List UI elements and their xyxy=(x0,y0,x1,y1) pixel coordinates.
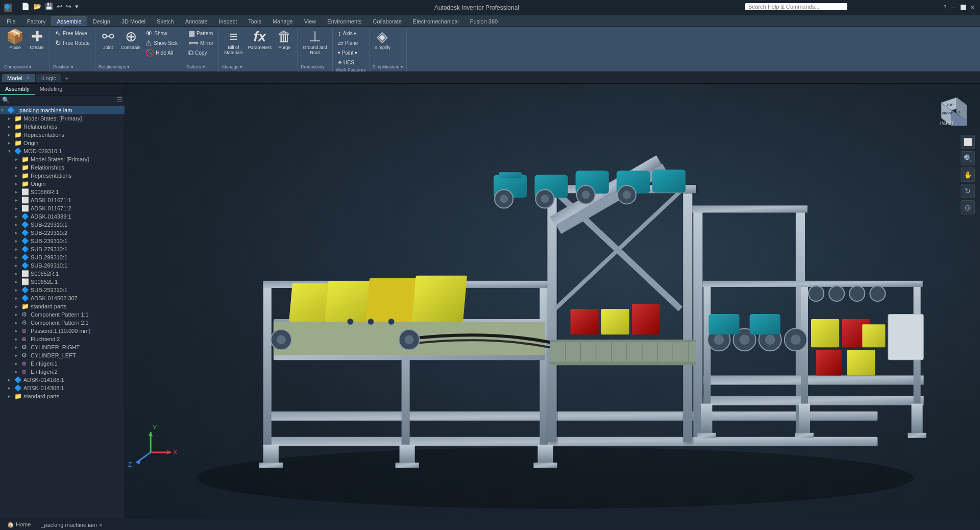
purge-btn[interactable]: 🗑 Purge xyxy=(275,29,294,51)
tree-item[interactable]: ▸📁Representations xyxy=(0,131,125,139)
open-btn[interactable]: 📂 xyxy=(32,2,42,11)
simplify-btn[interactable]: ◈ Simplify xyxy=(373,29,393,51)
add-tab-btn[interactable]: + xyxy=(62,73,71,83)
model-tab-close[interactable]: ✕ xyxy=(26,75,30,81)
tree-item[interactable]: ▾🔷_packing machine.iam xyxy=(0,106,125,114)
tree-item[interactable]: ▸⬜S00586R:1 xyxy=(0,188,125,196)
tree-item[interactable]: ▸📁Model States: [Primary] xyxy=(0,155,125,163)
zoom-extents-btn[interactable]: ⬜ xyxy=(961,135,975,149)
tree-expand-icon[interactable]: ▸ xyxy=(15,263,21,268)
ribbon-tab-factory[interactable]: Factory xyxy=(21,16,52,26)
tree-item[interactable]: ▸⊕Einfügen:2 xyxy=(0,368,125,376)
constrain-btn[interactable]: ⊕ Constrain xyxy=(119,29,143,51)
tree-expand-icon[interactable]: ▾ xyxy=(8,149,14,154)
tree-item[interactable]: ▸🔷ADSK-014389:1 xyxy=(0,212,125,221)
tree-item[interactable]: ▸📁Origin xyxy=(0,180,125,188)
bottom-tab-home[interactable]: 🏠 Home xyxy=(4,520,34,529)
search-input[interactable] xyxy=(748,4,844,10)
show-sick-btn[interactable]: ⚠ Show Sick xyxy=(143,38,180,47)
orbit-btn[interactable]: ↻ xyxy=(961,184,975,198)
tree-expand-icon[interactable]: ▸ xyxy=(8,116,14,121)
tree-item[interactable]: ▸📁Origin xyxy=(0,139,125,147)
tree-expand-icon[interactable]: ▸ xyxy=(15,312,21,317)
save-btn[interactable]: 💾 xyxy=(44,2,54,11)
tree-expand-icon[interactable]: ▸ xyxy=(15,287,21,293)
parameters-btn[interactable]: fx Parameters xyxy=(246,29,274,51)
tree-expand-icon[interactable]: ▸ xyxy=(15,361,21,366)
ribbon-tab-assemble[interactable]: Assemble xyxy=(51,16,87,26)
tree-expand-icon[interactable]: ▸ xyxy=(15,320,21,325)
tree-expand-icon[interactable]: ▸ xyxy=(15,369,21,374)
tree-item[interactable]: ▸📁standard parts xyxy=(0,302,125,310)
ribbon-tab-tools[interactable]: Tools xyxy=(242,16,267,26)
tree-item[interactable]: ▾🔷MOD-029310:1 xyxy=(0,147,125,155)
ribbon-tab-collaborate[interactable]: Collaborate xyxy=(368,16,407,26)
tree-expand-icon[interactable]: ▸ xyxy=(15,157,21,162)
tree-item[interactable]: ▸⊕Passend:1 (10.000 mm) xyxy=(0,327,125,335)
ribbon-tab-inspect[interactable]: Inspect xyxy=(213,16,242,26)
tree-expand-icon[interactable]: ▸ xyxy=(15,173,21,178)
tree-expand-icon[interactable]: ▸ xyxy=(8,124,14,129)
tree-item[interactable]: ▸📁Representations xyxy=(0,172,125,180)
tree-expand-icon[interactable]: ▸ xyxy=(15,189,21,195)
tree-expand-icon[interactable]: ▸ xyxy=(15,214,21,219)
tree-expand-icon[interactable]: ▸ xyxy=(15,165,21,170)
tree-expand-icon[interactable]: ▸ xyxy=(8,394,14,399)
assembly-tab[interactable]: Assembly xyxy=(0,84,35,95)
search-icon[interactable]: 🔍 xyxy=(2,97,10,104)
ribbon-tab-sketch[interactable]: Sketch xyxy=(151,16,180,26)
tree-item[interactable]: ▸⊕Fluchtend:2 xyxy=(0,335,125,343)
minimize-btn[interactable]: — xyxy=(950,4,958,11)
tree-item[interactable]: ▸🔷SUB-239310:1 xyxy=(0,237,125,245)
ribbon-tab-view[interactable]: View xyxy=(299,16,322,26)
tree-item[interactable]: ▸🔷SUB-229310:1 xyxy=(0,221,125,229)
help-btn[interactable]: ? xyxy=(941,4,948,11)
tree-expand-icon[interactable]: ▸ xyxy=(15,345,21,350)
place-btn[interactable]: 📦 Place xyxy=(4,29,26,51)
tree-item[interactable]: ▸⬜ADSK-011671:2 xyxy=(0,204,125,212)
tree-expand-icon[interactable]: ▸ xyxy=(8,132,14,137)
bom-btn[interactable]: ≡ Bill of Materials xyxy=(222,29,245,56)
tree-expand-icon[interactable]: ▸ xyxy=(8,386,14,391)
tree-expand-icon[interactable]: ▸ xyxy=(15,230,21,235)
pattern-btn[interactable]: ▦ Pattern xyxy=(186,29,215,38)
tree-expand-icon[interactable]: ▸ xyxy=(15,353,21,358)
ribbon-tab-annotate[interactable]: Annotate xyxy=(180,16,213,26)
free-rotate-btn[interactable]: ↻ Free Rotate xyxy=(53,38,92,47)
tree-item[interactable]: ▸📁Relationships xyxy=(0,123,125,131)
tree-expand-icon[interactable]: ▸ xyxy=(15,206,21,211)
tree-expand-icon[interactable]: ▸ xyxy=(15,238,21,244)
ribbon-tab-environments[interactable]: Environments xyxy=(322,16,367,26)
point-btn[interactable]: • Point ▾ xyxy=(336,48,360,57)
show-btn[interactable]: 👁 Show xyxy=(143,29,180,38)
tree-item[interactable]: ▸⚙Component Pattern 1:1 xyxy=(0,310,125,319)
tree-item[interactable]: ▸⚙CYLINDER_RIGHT xyxy=(0,343,125,351)
ribbon-tab-file[interactable]: File xyxy=(1,16,21,26)
tree-item[interactable]: ▸🔷SUB-269310:1 xyxy=(0,261,125,270)
create-btn[interactable]: ✚ Create xyxy=(27,29,46,51)
bottom-tab-close[interactable]: ✕ xyxy=(97,522,103,528)
mirror-btn[interactable]: ⟺ Mirror xyxy=(186,38,215,47)
joint-btn[interactable]: ⚯ Joint xyxy=(99,29,118,51)
tree-item[interactable]: ▸⬜ADSK-011671:1 xyxy=(0,196,125,204)
ucs-btn[interactable]: ⌖ UCS xyxy=(336,58,360,67)
tree-item[interactable]: ▸🔷SUB-299310:1 xyxy=(0,253,125,261)
plane-btn[interactable]: ▱ Plane xyxy=(336,38,360,47)
tree-item[interactable]: ▸⊕Einfügen:1 xyxy=(0,359,125,368)
ribbon-tab-3dmodel[interactable]: 3D Model xyxy=(116,16,151,26)
search-bar[interactable] xyxy=(745,3,847,10)
bottom-tab-packing[interactable]: _packing machine.iam ✕ xyxy=(38,521,105,529)
tree-item[interactable]: ▸🔷ADSK-014502:307 xyxy=(0,294,125,302)
ribbon-tab-electromechanical[interactable]: Electromechanical xyxy=(407,16,464,26)
model-tab-ilogic[interactable]: iLogic xyxy=(36,74,61,82)
axis-btn[interactable]: ↕ Axis ▾ xyxy=(336,29,360,38)
tree-expand-icon[interactable]: ▸ xyxy=(15,271,21,276)
viewcube[interactable]: TOP R FRONT iNJOT xyxy=(931,90,972,131)
tree-item[interactable]: ▸📁standard parts xyxy=(0,392,125,400)
tree-expand-icon[interactable]: ▸ xyxy=(15,255,21,260)
copy-btn[interactable]: ⧉ Copy xyxy=(186,48,215,58)
viewport[interactable]: X Y Z TO xyxy=(125,84,980,519)
tree-item[interactable]: ▸🔷ADSK-014168:1 xyxy=(0,376,125,384)
new-btn[interactable]: 📄 xyxy=(20,2,31,11)
tree-item[interactable]: ▸📁Model States: [Primary] xyxy=(0,114,125,123)
